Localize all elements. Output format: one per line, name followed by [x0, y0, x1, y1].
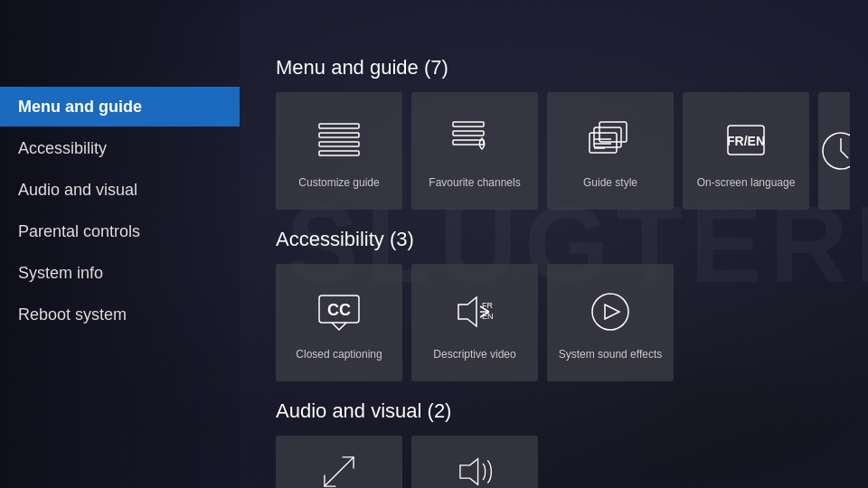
svg-rect-1: [319, 133, 359, 137]
menu-guide-tiles: Customize guide Favourite channels: [276, 92, 850, 210]
tile-recent-partial[interactable]: [818, 92, 850, 210]
section-audio-visual: Audio and visual (2): [276, 399, 850, 488]
section-menu-guide-title: Menu and guide (7): [276, 56, 850, 80]
section-accessibility: Accessibility (3) CC Closed captioning: [276, 228, 850, 381]
on-screen-language-label: On-screen language: [697, 176, 796, 191]
tile-system-sound-effects[interactable]: System sound effects: [547, 264, 674, 381]
system-sound-effects-icon: [581, 283, 639, 341]
descriptive-video-icon: FR EN: [446, 283, 504, 341]
main-content: Menu and guide (7) Customize guide: [240, 0, 868, 488]
svg-text:EN: EN: [482, 312, 494, 321]
sidebar: Menu and guide Accessibility Audio and v…: [0, 0, 240, 488]
svg-rect-0: [319, 124, 359, 128]
tile-favourite-channels[interactable]: Favourite channels: [411, 92, 538, 210]
accessibility-tiles: CC Closed captioning: [276, 264, 850, 381]
svg-marker-25: [605, 305, 619, 319]
tile-customize-guide[interactable]: Customize guide: [276, 92, 402, 210]
guide-style-label: Guide style: [583, 176, 637, 191]
section-accessibility-title: Accessibility (3): [276, 228, 850, 251]
svg-text:CC: CC: [327, 301, 351, 319]
svg-rect-3: [319, 151, 359, 155]
recent-icon: [818, 122, 850, 180]
svg-line-26: [325, 457, 354, 486]
closed-captioning-label: Closed captioning: [296, 348, 382, 362]
tile-descriptive-video[interactable]: FR EN Descriptive video: [411, 264, 538, 381]
sidebar-item-parental-controls[interactable]: Parental controls: [0, 211, 240, 251]
guide-style-icon: [581, 111, 639, 169]
section-menu-guide: Menu and guide (7) Customize guide: [276, 56, 850, 210]
sidebar-item-system-info[interactable]: System info: [0, 253, 240, 293]
tile-closed-captioning[interactable]: CC Closed captioning: [276, 264, 402, 381]
tile-on-screen-language[interactable]: FR/EN On-screen language: [683, 92, 809, 210]
system-sound-effects-label: System sound effects: [559, 348, 663, 362]
sidebar-item-accessibility[interactable]: Accessibility: [0, 128, 240, 168]
svg-point-24: [592, 294, 628, 330]
svg-text:FR: FR: [482, 301, 493, 310]
tile-audio-1[interactable]: [276, 436, 402, 488]
tile-guide-style[interactable]: Guide style: [547, 92, 674, 210]
sidebar-item-menu-guide[interactable]: Menu and guide: [0, 87, 240, 127]
svg-text:FR/EN: FR/EN: [727, 134, 765, 148]
svg-marker-18: [458, 297, 476, 326]
tile-audio-2[interactable]: [411, 436, 538, 488]
svg-rect-4: [453, 122, 484, 127]
app-layout: Menu and guide Accessibility Audio and v…: [0, 0, 868, 488]
svg-point-15: [823, 133, 850, 169]
sidebar-item-audio-visual[interactable]: Audio and visual: [0, 170, 240, 210]
favourite-channels-icon: [446, 111, 504, 169]
customize-guide-icon: [310, 111, 368, 169]
section-audio-visual-title: Audio and visual (2): [276, 399, 850, 423]
closed-captioning-icon: CC: [310, 283, 368, 341]
svg-rect-5: [453, 131, 484, 136]
svg-rect-2: [319, 142, 359, 146]
audio-visual-tiles: [276, 436, 850, 488]
favourite-channels-label: Favourite channels: [429, 176, 520, 191]
on-screen-language-icon: FR/EN: [717, 111, 775, 169]
descriptive-video-label: Descriptive video: [433, 348, 515, 362]
svg-marker-27: [460, 459, 478, 485]
customize-guide-label: Customize guide: [298, 176, 379, 191]
sidebar-item-reboot-system[interactable]: Reboot system: [0, 295, 240, 334]
